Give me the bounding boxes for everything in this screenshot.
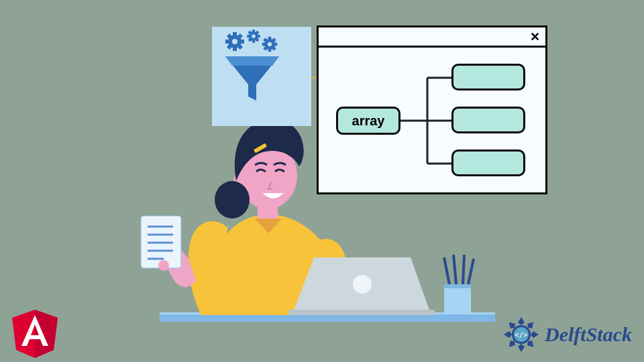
svg-line-20: [463, 255, 464, 284]
svg-point-31: [232, 39, 237, 44]
diagram-root-label: array: [352, 113, 385, 129]
svg-line-29: [228, 46, 231, 48]
svg-line-49: [264, 48, 266, 50]
angular-shield-icon: [12, 310, 58, 358]
svg-line-18: [444, 257, 449, 284]
funnel-icon: [212, 27, 292, 107]
close-icon: ✕: [530, 29, 540, 44]
window-titlebar: ✕: [319, 27, 545, 48]
diagram-body: array: [319, 48, 545, 192]
svg-point-41: [252, 34, 256, 38]
svg-point-15: [353, 275, 372, 294]
diagram-leaf-node: [451, 64, 525, 90]
illustration-stage: ✕ array: [0, 0, 644, 362]
angular-logo: [12, 310, 58, 358]
watermark-seal-icon: </>: [502, 315, 541, 354]
svg-line-28: [239, 46, 241, 48]
filter-funnel-tile: [212, 27, 311, 126]
diagram-leaf-node: [451, 107, 525, 133]
svg-point-51: [268, 42, 272, 46]
svg-point-5: [215, 181, 250, 219]
diagram-leaf-node: [451, 149, 525, 176]
svg-line-21: [468, 259, 474, 284]
svg-line-40: [256, 32, 258, 34]
watermark: </> DelftStack: [502, 315, 632, 354]
svg-line-37: [249, 32, 251, 34]
svg-line-48: [273, 48, 275, 50]
diagram-root-node: array: [336, 107, 400, 135]
svg-line-38: [256, 39, 258, 41]
svg-line-30: [239, 35, 241, 38]
svg-line-39: [249, 39, 251, 41]
svg-point-13: [158, 260, 169, 271]
svg-line-47: [264, 39, 266, 41]
array-diagram-window: ✕ array: [317, 25, 547, 194]
watermark-brand-text: DelftStack: [545, 323, 632, 346]
svg-line-27: [228, 35, 231, 38]
svg-line-19: [453, 255, 456, 284]
svg-text:</>: </>: [515, 330, 528, 339]
svg-line-50: [273, 39, 275, 41]
svg-rect-14: [288, 310, 435, 315]
